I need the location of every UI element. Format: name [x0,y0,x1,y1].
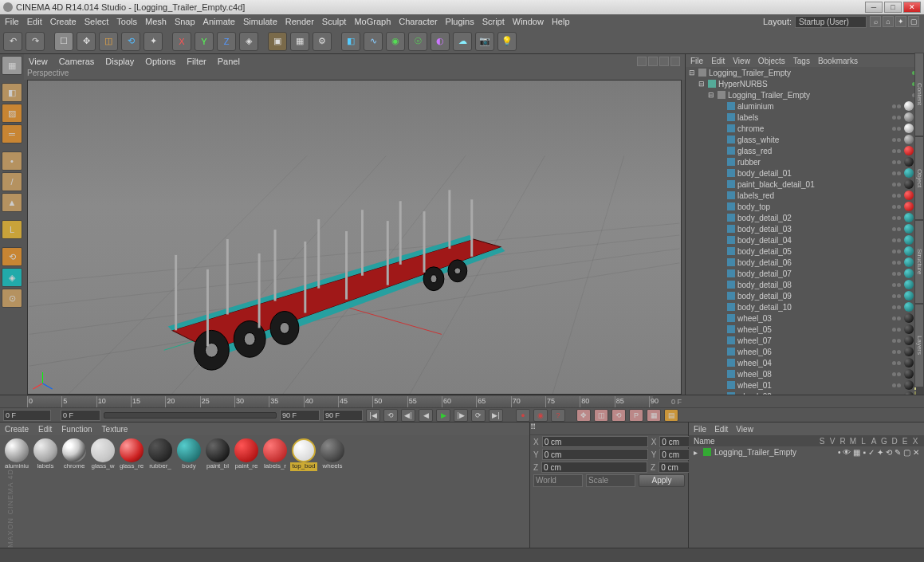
record-key[interactable]: ● [516,409,530,422]
material-wheels[interactable]: wheels [319,438,346,544]
polygon-mode[interactable]: ▲ [2,193,22,212]
workplane-mode[interactable]: ═ [2,124,22,143]
select-tool[interactable]: ☐ [54,32,73,51]
obj-HyperNURBS[interactable]: ⊟HyperNURBS [686,78,924,89]
add-environment[interactable]: ☁ [453,32,472,51]
obj-chrome[interactable]: chrome [686,123,924,134]
objmenu-view[interactable]: View [733,57,750,65]
expand-icon[interactable]: ▢ [908,16,919,27]
obj-wheel_02[interactable]: wheel_02 [686,391,924,395]
range-end2[interactable]: 90 F [323,410,363,421]
render-settings[interactable]: ⚙ [313,32,332,51]
vpmenu-options[interactable]: Options [145,57,175,66]
add-deformer[interactable]: ◐ [431,32,450,51]
search-icon[interactable]: ⌕ [870,16,881,27]
obj-wheel_03[interactable]: wheel_03 [686,312,924,324]
obj-labels[interactable]: labels [686,112,924,123]
menu-script[interactable]: Script [482,17,505,26]
obj-labels_red[interactable]: labels_red [686,190,924,201]
obj-body_detail_04[interactable]: body_detail_04 [686,234,924,246]
objmenu-objects[interactable]: Objects [758,57,785,65]
menu-tools[interactable]: Tools [116,17,137,26]
vp-nav-icon[interactable] [637,57,647,66]
material-glass_re[interactable]: glass_re [118,438,145,544]
material-body[interactable]: body [175,438,202,544]
vpmenu-panel[interactable]: Panel [218,57,240,66]
obj-Logging_Trailer_Empty[interactable]: ⊟Logging_Trailer_Empty [686,67,924,78]
goto-key-next[interactable]: ⟳ [471,409,486,422]
vp-zoom-icon[interactable] [659,57,669,66]
coord-mode1[interactable]: World [533,474,583,487]
obj-body_detail_10[interactable]: body_detail_10 [686,301,924,312]
lastused-tool[interactable]: ✦ [144,32,163,51]
object-tree[interactable]: ⊟Logging_Trailer_Empty⊟HyperNURBS⊟Loggin… [686,67,924,395]
add-cube[interactable]: ◧ [341,32,360,51]
settings-icon[interactable]: ✦ [895,16,906,27]
undo-button[interactable]: ↶ [3,32,22,51]
obj-wheel_07[interactable]: wheel_07 [686,335,924,346]
menu-animate[interactable]: Animate [203,17,235,26]
play-scrub[interactable] [104,412,277,419]
menu-simulate[interactable]: Simulate [243,17,277,26]
menu-window[interactable]: Window [513,17,544,26]
menu-render[interactable]: Render [285,17,314,26]
obj-wheel_05[interactable]: wheel_05 [686,324,924,335]
add-spline[interactable]: ∿ [364,32,383,51]
material-glass_w[interactable]: glass_w [89,438,116,544]
menu-snap[interactable]: Snap [175,17,195,26]
obj-wheel_01[interactable]: wheel_01 [686,379,924,391]
obj-glass_white[interactable]: glass_white [686,134,924,145]
obj-rubber[interactable]: rubber [686,156,924,167]
pos-y[interactable] [542,449,648,460]
model-mode[interactable]: ◧ [2,83,22,102]
vpmenu-filter[interactable]: Filter [187,57,206,66]
attr-row[interactable]: ▸ Logging_Trailer_Empty •👁▦▪✓✦⟲✎▢✕ [689,446,924,458]
range-start[interactable]: 0 F [3,410,51,421]
tab-object[interactable]: Object [914,136,924,220]
material-paint_bl[interactable]: paint_bl [204,438,231,544]
menu-select[interactable]: Select [85,17,109,26]
obj-wheel_06[interactable]: wheel_06 [686,346,924,357]
add-nurbs[interactable]: ◉ [386,32,405,51]
attrmenu-edit[interactable]: Edit [714,425,728,434]
goto-start[interactable]: |◀ [366,409,380,422]
objmenu-tags[interactable]: Tags [793,57,810,65]
3d-viewport[interactable] [27,80,682,395]
pla-key[interactable]: ▦ [647,409,661,422]
goto-key-prev[interactable]: ⟲ [383,409,398,422]
layer-swatch[interactable] [703,448,711,456]
pos-z[interactable] [541,462,647,473]
keyframe-sel[interactable]: ? [551,409,565,422]
menu-plugins[interactable]: Plugins [446,17,474,26]
menu-mograph[interactable]: MoGraph [354,17,391,26]
attrmenu-view[interactable]: View [736,425,753,434]
x-axis-lock[interactable]: X [172,32,191,51]
anim-mode[interactable]: ▤ [664,409,678,422]
scale-tool[interactable]: ◫ [99,32,118,51]
range-start2[interactable]: 0 F [61,410,100,421]
pos-key[interactable]: ✥ [576,409,591,422]
rot-key[interactable]: ⟲ [611,409,626,422]
add-light[interactable]: 💡 [497,32,517,51]
maximize-button[interactable]: □ [884,2,902,13]
objmenu-edit[interactable]: Edit [711,57,725,65]
autokey[interactable]: ◉ [533,409,548,422]
attrmenu-file[interactable]: File [694,425,706,434]
obj-body_detail_02[interactable]: body_detail_02 [686,212,924,223]
material-paint_re[interactable]: paint_re [233,438,260,544]
snap-toggle[interactable]: ⟲ [2,247,22,266]
obj-body_detail_07[interactable]: body_detail_07 [686,268,924,279]
next-frame[interactable]: |▶ [454,409,468,422]
goto-end[interactable]: ▶| [489,409,503,422]
objmenu-file[interactable]: File [690,57,703,65]
rotate-tool[interactable]: ⟲ [121,32,140,51]
timeline-ruler[interactable]: 051015202530354045505560657075808590 [27,396,653,407]
coord-apply[interactable]: Apply [639,474,685,487]
play-forward[interactable]: ▶ [436,409,450,422]
vpmenu-cameras[interactable]: Cameras [59,57,95,66]
matmenu-function[interactable]: Function [61,425,92,434]
coord-handle[interactable]: ⠿ [530,422,688,435]
redo-button[interactable]: ↷ [26,32,45,51]
add-array[interactable]: ⦾ [408,32,427,51]
timeline[interactable]: 051015202530354045505560657075808590 0 F [0,395,924,407]
